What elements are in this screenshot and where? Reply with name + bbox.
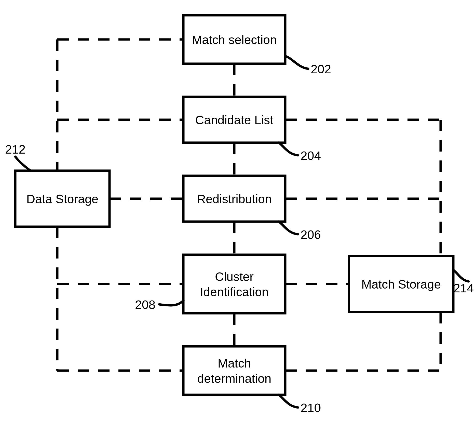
box-candidate-list: Candidate List bbox=[183, 97, 285, 143]
box-data-storage: Data Storage bbox=[15, 171, 110, 227]
box-cluster-identification-label-2: Identification bbox=[200, 285, 269, 299]
ref-202: 202 bbox=[311, 62, 331, 76]
leader-206 bbox=[279, 222, 298, 234]
box-match-selection: Match selection bbox=[183, 15, 285, 64]
leader-204 bbox=[279, 143, 298, 155]
leader-214 bbox=[453, 270, 469, 281]
box-cluster-identification-label-1: Cluster bbox=[215, 270, 254, 283]
box-match-determination-label-1: Match bbox=[218, 357, 251, 370]
box-match-storage-label: Match Storage bbox=[361, 278, 441, 291]
box-cluster-identification: Cluster Identification bbox=[183, 255, 285, 313]
ref-206: 206 bbox=[301, 228, 321, 241]
svg-rect-4 bbox=[183, 255, 285, 313]
box-redistribution-label: Redistribution bbox=[197, 192, 271, 206]
box-match-storage: Match Storage bbox=[349, 256, 453, 312]
leader-212 bbox=[15, 157, 31, 171]
ref-212: 212 bbox=[5, 143, 25, 156]
ref-210: 210 bbox=[301, 401, 321, 415]
box-match-determination: Match determination bbox=[183, 346, 285, 395]
box-match-selection-label: Match selection bbox=[192, 33, 277, 47]
box-match-determination-label-2: determination bbox=[197, 372, 271, 385]
leader-202 bbox=[285, 56, 308, 69]
ref-214: 214 bbox=[453, 281, 474, 295]
ref-208: 208 bbox=[135, 298, 155, 311]
box-redistribution: Redistribution bbox=[183, 176, 285, 222]
box-data-storage-label: Data Storage bbox=[26, 192, 99, 206]
leader-210 bbox=[279, 395, 298, 408]
svg-rect-5 bbox=[183, 346, 285, 395]
block-diagram: Data Storage Match selection Candidate L… bbox=[0, 0, 476, 448]
leader-208 bbox=[159, 301, 183, 305]
box-candidate-list-label: Candidate List bbox=[195, 113, 274, 127]
ref-204: 204 bbox=[301, 149, 321, 162]
